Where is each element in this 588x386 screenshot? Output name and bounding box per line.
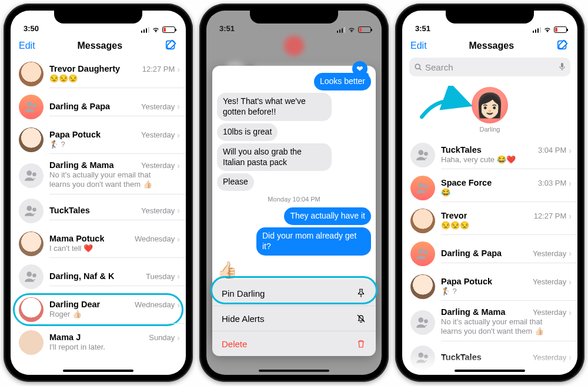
battery-low-icon [358, 26, 371, 33]
phone-frame-3: 3:51 Edit Messages Search [395, 4, 584, 382]
group-avatar [19, 264, 44, 289]
avatar [410, 209, 435, 233]
search-input[interactable]: Search [409, 58, 570, 76]
conversation-row[interactable]: Papa PotuckYesterday›🏌️ ? [402, 270, 577, 303]
conversation-preview: 😂 [441, 188, 559, 197]
chevron-right-icon: › [177, 102, 180, 111]
svg-point-12 [418, 150, 423, 155]
conversation-time: Yesterday [141, 130, 175, 139]
conversation-name: Darling & Papa [441, 249, 502, 258]
screen-1: 3:50 Edit Messages Trevor Daugherty12:27… [11, 11, 186, 375]
conversation-row[interactable]: Darling & PapaYesterday› [11, 90, 186, 123]
conversation-preview: 😒😒😒 [441, 221, 559, 230]
conversation-time: 3:04 PM [538, 146, 566, 155]
chevron-right-icon: › [569, 249, 572, 258]
avatar [19, 127, 44, 152]
conversation-time: Yesterday [533, 249, 566, 258]
group-avatar [410, 310, 435, 335]
compose-button[interactable] [556, 38, 569, 53]
screen-2: 3:51 ❤ Looks better Yes! That's what we'… [206, 11, 382, 375]
bell-slash-icon [356, 313, 366, 324]
conversation-time: Yesterday [533, 353, 566, 362]
nav-bar: Edit Messages [11, 34, 186, 58]
conversation-row[interactable]: Darling & PapaYesterday› [402, 237, 577, 270]
svg-point-13 [424, 152, 428, 156]
home-indicator[interactable] [63, 370, 133, 372]
conversation-row[interactable]: Darling, Naf & KTuesday› [11, 260, 186, 293]
page-title: Messages [469, 41, 514, 51]
svg-point-5 [26, 206, 32, 211]
avatar [19, 231, 44, 256]
compose-icon [165, 38, 178, 51]
conversation-row[interactable]: TuckTalesYesterday› [11, 194, 186, 227]
status-time: 3:51 [415, 24, 430, 33]
chevron-right-icon: › [177, 271, 180, 281]
conversation-name: Mama J [49, 333, 81, 342]
conversation-row[interactable]: Space Force3:03 PM›😂 [402, 172, 577, 204]
edit-button[interactable]: Edit [19, 41, 35, 51]
conversation-row[interactable]: Darling & MamaYesterday›No it's actually… [11, 156, 186, 194]
conversation-time: Tuesday [146, 272, 175, 281]
conversation-list[interactable]: TuckTales3:04 PM›Haha, very cute 😂❤️Spac… [402, 139, 577, 374]
menu-pin-button[interactable]: Pin Darling [212, 281, 376, 306]
home-indicator[interactable] [455, 370, 525, 372]
chevron-right-icon: › [177, 206, 180, 215]
conversation-row[interactable]: Mama PotuckWednesday›I can't tell ❤️ [11, 227, 186, 260]
tutorial-arrow-icon [417, 86, 476, 127]
svg-point-3 [26, 170, 32, 176]
screen-3: 3:51 Edit Messages Search [402, 11, 577, 375]
group-avatar [410, 241, 435, 266]
svg-point-1 [26, 102, 32, 107]
battery-low-icon [554, 26, 567, 33]
conversation-time: Wednesday [135, 234, 175, 243]
pinned-contact[interactable]: 👩🏻 Darling [472, 87, 508, 133]
phone-frame-1: 3:50 Edit Messages Trevor Daugherty12:27… [4, 4, 193, 382]
conversation-name: Papa Potuck [441, 277, 492, 286]
svg-point-4 [32, 172, 36, 176]
conversation-row[interactable]: Trevor Daugherty12:27 PM›😒😒😒 [11, 58, 186, 90]
conversation-row[interactable]: Mama JSunday›I'll report in later. [11, 326, 186, 359]
compose-button[interactable] [165, 38, 178, 53]
notch [446, 11, 534, 24]
home-indicator[interactable] [259, 370, 329, 372]
conversation-time: 12:27 PM [142, 65, 175, 73]
page-title: Messages [78, 41, 123, 51]
conversation-row[interactable]: Darling DearWednesday›Roger 👍🏻 [11, 293, 186, 326]
conversation-preview: Roger 👍🏻 [49, 310, 167, 318]
trash-icon [356, 338, 366, 349]
context-menu: Pin Darling Hide Alerts Delete [212, 281, 376, 356]
conversation-row[interactable]: Darling & MamaYesterday›No it's actually… [402, 303, 577, 341]
pin-icon [356, 288, 366, 298]
svg-point-15 [424, 185, 428, 189]
svg-point-10 [415, 64, 420, 69]
conversation-row[interactable]: Papa PotuckYesterday›🏌️ ? [11, 123, 186, 156]
conversation-list[interactable]: Trevor Daugherty12:27 PM›😒😒😒Darling & Pa… [11, 58, 186, 359]
svg-point-2 [32, 104, 36, 108]
menu-label: Delete [222, 339, 247, 349]
conversation-name: Mama Potuck [49, 234, 104, 243]
chevron-right-icon: › [569, 308, 572, 317]
timestamp-divider: Monday 10:04 PM [217, 196, 371, 203]
conversation-name: Darling, Naf & K [49, 271, 114, 281]
conversation-row[interactable]: TuckTales3:04 PM›Haha, very cute 😂❤️ [402, 139, 577, 172]
message-bubble-received: 10lbs is great [217, 123, 278, 141]
conversation-time: Yesterday [533, 277, 566, 286]
conversation-name: Darling & Mama [441, 307, 506, 317]
conversation-row[interactable]: Trevor12:27 PM›😒😒😒 [402, 204, 577, 237]
chevron-right-icon: › [569, 179, 572, 188]
wifi-icon [348, 26, 356, 33]
svg-point-16 [418, 249, 423, 254]
menu-delete-button[interactable]: Delete [212, 331, 376, 356]
conversation-preview: No it's actually your email that learns … [49, 170, 170, 190]
svg-point-20 [418, 353, 423, 358]
edit-button[interactable]: Edit [410, 41, 427, 51]
svg-point-8 [32, 274, 36, 278]
cellular-icon [337, 26, 346, 33]
chevron-right-icon: › [177, 300, 180, 310]
menu-hide-alerts-button[interactable]: Hide Alerts [212, 306, 376, 331]
menu-label: Hide Alerts [222, 314, 265, 324]
chevron-right-icon: › [569, 277, 572, 287]
conversation-preview: 🏌️ ? [49, 140, 167, 149]
conversation-time: 3:03 PM [538, 179, 566, 187]
svg-point-14 [418, 183, 423, 188]
